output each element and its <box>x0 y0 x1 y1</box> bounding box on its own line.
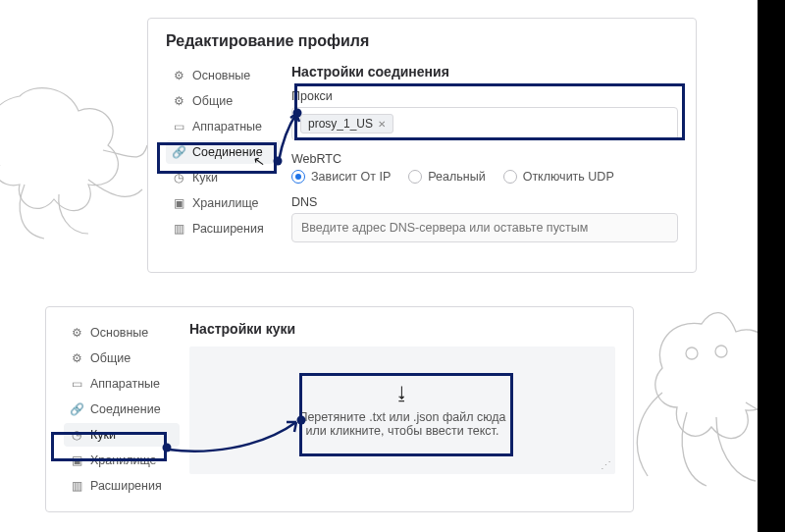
sidebar-item-main[interactable]: ⚙ Основные <box>166 64 282 87</box>
page-title: Редактирование профиля <box>166 32 678 50</box>
proxy-label: Прокси <box>291 89 678 103</box>
sidebar-item-label: Аппаратные <box>90 377 160 391</box>
sidebar-item-hardware[interactable]: ▭ Аппаратные <box>64 372 180 396</box>
monitor-icon: ▭ <box>172 120 185 133</box>
proxy-tag[interactable]: prosy_1_US ✕ <box>300 114 393 133</box>
annotation-dot <box>293 109 302 118</box>
download-icon: ⭳ <box>393 384 411 404</box>
proxy-input[interactable]: prosy_1_US ✕ <box>291 107 678 140</box>
sidebar-item-cookies[interactable]: ◷ Куки <box>166 166 282 189</box>
svg-point-1 <box>715 346 727 357</box>
sidebar-item-main[interactable]: ⚙ Основные <box>64 321 180 345</box>
radio-dot-icon <box>291 170 305 184</box>
sidebar-item-general[interactable]: ⚙ Общие <box>64 346 180 370</box>
cookies-settings-content: Настройки куки ⭳ Перетяните .txt или .js… <box>189 321 615 498</box>
webrtc-radio-group: Зависит От IP Реальный Отключить UDP <box>291 170 678 184</box>
annotation-dot <box>163 444 172 452</box>
sidebar-item-label: Хранилище <box>192 196 259 210</box>
sliders-icon: ⚙ <box>172 69 185 82</box>
resize-handle-icon: ⋰ <box>601 459 611 472</box>
dns-label: DNS <box>291 195 678 209</box>
sidebar-item-label: Аппаратные <box>192 120 262 133</box>
sidebar-item-label: Расширения <box>192 222 264 236</box>
radio-label: Реальный <box>428 170 485 184</box>
webrtc-radio-disable-udp[interactable]: Отключить UDP <box>503 170 614 184</box>
link-icon: 🔗 <box>70 402 83 416</box>
sidebar-item-cookies[interactable]: ◷ Куки <box>64 423 180 447</box>
clock-icon: ◷ <box>172 171 185 185</box>
sidebar-item-storage[interactable]: ▣ Хранилище <box>64 449 180 472</box>
sidebar-item-label: Основные <box>90 326 148 340</box>
connection-settings-content: Настройки соединения Прокси prosy_1_US ✕… <box>291 64 678 242</box>
puzzle-icon: ▥ <box>172 222 185 236</box>
sidebar-item-label: Общие <box>90 351 131 365</box>
gear-icon: ⚙ <box>70 351 83 365</box>
gear-icon: ⚙ <box>172 94 185 108</box>
clock-icon: ◷ <box>70 428 83 442</box>
sidebar-item-hardware[interactable]: ▭ Аппаратные <box>166 115 282 138</box>
puzzle-icon: ▥ <box>70 479 83 493</box>
sidebar-item-storage[interactable]: ▣ Хранилище <box>166 191 282 215</box>
sidebar-item-general[interactable]: ⚙ Общие <box>166 89 282 113</box>
cookies-drop-zone[interactable]: ⭳ Перетяните .txt или .json файл сюда ил… <box>189 346 615 474</box>
sliders-icon: ⚙ <box>70 326 83 340</box>
sidebar-item-label: Куки <box>90 428 116 442</box>
section-title: Настройки соединения <box>291 64 678 80</box>
archive-icon: ▣ <box>172 196 185 210</box>
sidebar-item-label: Соединение <box>90 402 161 416</box>
cursor-pointer-icon: ↖ <box>252 152 267 170</box>
radio-label: Отключить UDP <box>523 170 614 184</box>
proxy-tag-label: prosy_1_US <box>308 117 373 131</box>
sidebar-item-extensions[interactable]: ▥ Расширения <box>64 474 180 498</box>
webrtc-label: WebRTC <box>291 152 678 166</box>
sidebar-item-label: Расширения <box>90 479 162 493</box>
close-icon[interactable]: ✕ <box>378 119 386 130</box>
dns-input[interactable] <box>291 213 678 242</box>
annotation-dot <box>297 416 306 425</box>
radio-dot-icon <box>408 170 422 184</box>
webrtc-radio-real[interactable]: Реальный <box>408 170 485 184</box>
radio-label: Зависит От IP <box>311 170 391 184</box>
annotation-dot <box>274 157 283 166</box>
link-icon: 🔗 <box>172 145 185 159</box>
octopus-decoration-1 <box>0 77 157 243</box>
sidebar-item-label: Основные <box>192 69 250 82</box>
sidebar-item-extensions[interactable]: ▥ Расширения <box>166 217 282 240</box>
radio-dot-icon <box>503 170 517 184</box>
edit-profile-panel-top: Редактирование профиля ⚙ Основные ⚙ Общи… <box>147 18 697 273</box>
sidebar-item-label: Хранилище <box>90 453 157 467</box>
drop-zone-line2: или кликните, чтобы ввести текст. <box>306 424 499 438</box>
sidebar-bottom: ⚙ Основные ⚙ Общие ▭ Аппаратные 🔗 Соедин… <box>64 321 180 498</box>
archive-icon: ▣ <box>70 453 83 467</box>
sidebar-item-label: Общие <box>192 94 233 108</box>
webrtc-radio-ip[interactable]: Зависит От IP <box>291 170 391 184</box>
edit-profile-panel-bottom: ⚙ Основные ⚙ Общие ▭ Аппаратные 🔗 Соедин… <box>45 306 634 512</box>
sidebar-item-connection[interactable]: 🔗 Соединение <box>64 398 180 421</box>
sidebar-item-label: Куки <box>192 171 218 185</box>
drop-zone-line1: Перетяните .txt или .json файл сюда <box>298 410 505 424</box>
section-title: Настройки куки <box>189 321 615 337</box>
monitor-icon: ▭ <box>70 377 83 391</box>
page-edge-black <box>758 0 785 532</box>
sidebar-top: ⚙ Основные ⚙ Общие ▭ Аппаратные 🔗 Соедин… <box>166 64 282 242</box>
svg-point-0 <box>686 347 698 359</box>
